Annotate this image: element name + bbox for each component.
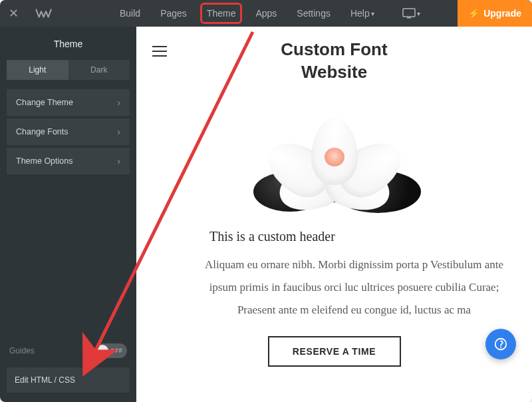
sidebar-item-change-theme[interactable]: Change Theme › bbox=[7, 89, 130, 116]
toggle-knob bbox=[96, 345, 108, 357]
app-window: ✕ Build Pages Theme Apps Settings Help ▾… bbox=[0, 0, 532, 402]
upgrade-label: Upgrade bbox=[483, 8, 521, 19]
site-preview: Custom Font Website This is a custom hea… bbox=[136, 27, 532, 402]
nav-apps[interactable]: Apps bbox=[251, 5, 281, 21]
sidebar-item-label: Change Fonts bbox=[16, 127, 68, 136]
nav-settings[interactable]: Settings bbox=[293, 5, 334, 21]
chevron-right-icon: › bbox=[117, 156, 120, 166]
chevron-down-icon: ▾ bbox=[417, 10, 420, 17]
chevron-right-icon: › bbox=[117, 97, 120, 108]
chevron-right-icon: › bbox=[117, 126, 120, 137]
nav-theme[interactable]: Theme bbox=[203, 5, 240, 21]
sidebar-title: Theme bbox=[0, 27, 136, 60]
tab-light[interactable]: Light bbox=[7, 60, 68, 80]
site-title-line2: Website bbox=[301, 62, 367, 82]
tab-dark[interactable]: Dark bbox=[68, 60, 130, 80]
guides-toggle[interactable]: OFF bbox=[95, 343, 127, 358]
weebly-logo[interactable] bbox=[27, 7, 63, 20]
guides-row: Guides OFF bbox=[0, 337, 136, 365]
toggle-state-label: OFF bbox=[110, 347, 123, 354]
svg-rect-0 bbox=[403, 9, 415, 17]
sidebar: Theme Light Dark Change Theme › Change F… bbox=[0, 27, 136, 402]
svg-point-3 bbox=[500, 346, 501, 347]
edit-html-css-button[interactable]: Edit HTML / CSS bbox=[7, 367, 130, 393]
device-preview-menu[interactable]: ▾ bbox=[402, 8, 420, 19]
top-nav: Build Pages Theme Apps Settings Help ▾ ▾ bbox=[116, 5, 420, 21]
topbar: ✕ Build Pages Theme Apps Settings Help ▾… bbox=[0, 0, 532, 27]
chevron-down-icon: ▾ bbox=[371, 10, 374, 17]
sidebar-item-theme-options[interactable]: Theme Options › bbox=[7, 148, 130, 174]
body-paragraph: Aliquam eu ornare nibh. Morbi dignissim … bbox=[203, 254, 505, 321]
site-title-line1: Custom Font bbox=[281, 39, 387, 59]
reserve-button[interactable]: RESERVE A TIME bbox=[268, 336, 401, 367]
site-title: Custom Font Website bbox=[136, 39, 532, 84]
hero-image bbox=[241, 101, 428, 214]
sidebar-item-change-fonts[interactable]: Change Fonts › bbox=[7, 118, 130, 145]
theme-mode-toggle: Light Dark bbox=[7, 60, 130, 80]
nav-build[interactable]: Build bbox=[116, 5, 144, 21]
upgrade-button[interactable]: ⚡ Upgrade bbox=[458, 0, 532, 27]
hamburger-menu-icon[interactable] bbox=[152, 43, 167, 60]
custom-header-text: This is a custom header bbox=[209, 229, 532, 244]
nav-help-label: Help bbox=[350, 8, 370, 19]
help-bubble-button[interactable] bbox=[485, 329, 516, 359]
svg-rect-1 bbox=[407, 17, 411, 19]
lightning-icon: ⚡ bbox=[468, 8, 479, 19]
sidebar-item-label: Change Theme bbox=[16, 98, 73, 107]
nav-pages[interactable]: Pages bbox=[156, 5, 191, 21]
nav-help[interactable]: Help ▾ bbox=[346, 5, 378, 21]
guides-label: Guides bbox=[9, 346, 35, 355]
sidebar-item-label: Theme Options bbox=[16, 156, 72, 166]
close-icon[interactable]: ✕ bbox=[0, 6, 27, 21]
